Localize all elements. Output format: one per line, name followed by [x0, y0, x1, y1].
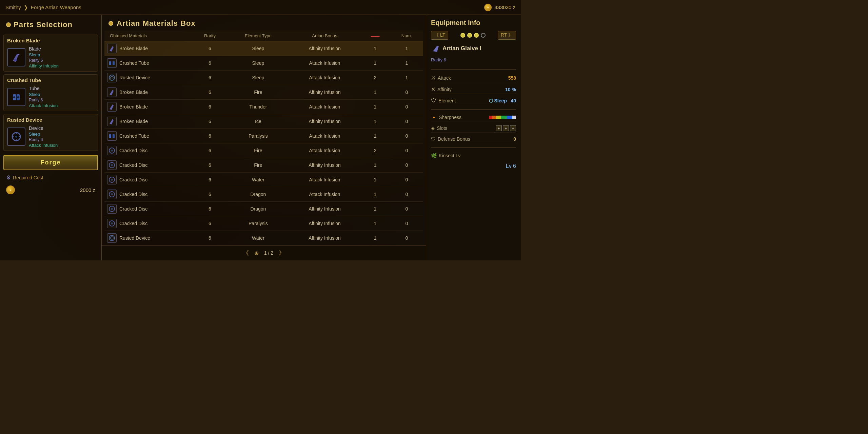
materials-table-container[interactable]: Obtained Materials Rarity Element Type A…	[102, 31, 426, 245]
table-row[interactable]: Broken Blade 6 Thunder Attack Infusion 1…	[104, 100, 423, 114]
part-icon-1	[7, 88, 25, 106]
equip-nav-right[interactable]: RT 》	[498, 31, 516, 40]
cell-element: Dragon	[227, 202, 289, 216]
table-row[interactable]: Cracked Disc 6 Dragon Attack Infusion 1 …	[104, 187, 423, 202]
slot-2: ◈	[510, 125, 516, 131]
cell-bonus: Attack Infusion	[289, 129, 360, 143]
table-row[interactable]: Cracked Disc 6 Dragon Affinity Infusion …	[104, 202, 423, 216]
svg-point-30	[109, 235, 115, 241]
cell-name: Rusted Device	[104, 71, 193, 85]
stat-slots: ◈ Slots ◈ ◈ ◈	[431, 124, 516, 133]
item-thumb	[107, 146, 117, 155]
prev-page-btn[interactable]: 《	[243, 249, 249, 257]
cell-count1: 1	[360, 158, 390, 173]
svg-point-27	[111, 208, 113, 210]
parts-selection-title: Parts Selection	[3, 19, 98, 32]
breadcrumb-current: Forge Artian Weapons	[31, 4, 81, 10]
weapon-rarity: Rarity 6	[431, 57, 516, 62]
svg-point-21	[111, 164, 113, 166]
part-bonus-1: Attack Infusion	[29, 103, 94, 108]
breadcrumb: Smithy ❯ Forge Artian Weapons	[5, 4, 81, 11]
table-row[interactable]: Broken Blade 6 Ice Affinity Infusion 1 0	[104, 114, 423, 129]
table-row[interactable]: Crushed Tube 6 Paralysis Attack Infusion…	[104, 129, 423, 143]
materials-table: Obtained Materials Rarity Element Type A…	[104, 31, 423, 245]
table-row[interactable]: Rusted Device 6 Water Affinity Infusion …	[104, 231, 423, 245]
cell-bonus: Affinity Infusion	[289, 216, 360, 231]
equip-info-title: Equipment Info	[431, 19, 516, 27]
cell-bonus: Attack Infusion	[289, 173, 360, 187]
weapon-icon	[431, 44, 440, 53]
equip-nav-left[interactable]: 《 LT	[431, 31, 448, 40]
part-card-title-0: Broken Blade	[7, 38, 94, 43]
stat-defense: 🛡 Defense Bonus 0	[431, 135, 516, 143]
part-rarity-2: Rarity 6	[29, 137, 94, 142]
item-thumb	[107, 190, 117, 199]
center-title: Artian Materials Box	[117, 19, 196, 28]
cell-count1: 2	[360, 71, 390, 85]
item-thumb	[107, 204, 117, 214]
table-row[interactable]: Broken Blade 6 Sleep Affinity Infusion 1…	[104, 41, 423, 56]
cell-element: Thunder	[227, 100, 289, 114]
cell-rarity: 6	[193, 56, 227, 71]
weapon-name: Artian Glaive I	[442, 45, 481, 52]
cell-count1: 1	[360, 202, 390, 216]
col-rarity: Rarity	[193, 31, 227, 41]
table-row[interactable]: Crushed Tube 6 Sleep Attack Infusion 1 1	[104, 56, 423, 71]
cell-rarity: 6	[193, 158, 227, 173]
forge-button[interactable]: Forge	[3, 155, 98, 170]
cell-count1: 1	[360, 216, 390, 231]
cell-element: Paralysis	[227, 129, 289, 143]
item-thumb	[107, 87, 117, 97]
cell-count2: 0	[390, 231, 423, 245]
part-card-1[interactable]: Crushed Tube Tube Sleep Rarity 6 Attack …	[3, 74, 98, 111]
table-row[interactable]: Broken Blade 6 Fire Affinity Infusion 1 …	[104, 85, 423, 100]
stat-element: 🛡 Element ⬡ Sleep 40	[431, 97, 516, 105]
cell-element: Water	[227, 231, 289, 245]
cell-element: Fire	[227, 143, 289, 158]
slots-display: ◈ ◈ ◈	[496, 125, 516, 131]
cell-count1: 1	[360, 187, 390, 202]
cell-element: Dragon	[227, 187, 289, 202]
part-rarity-0: Rarity 6	[29, 58, 94, 63]
breadcrumb-root[interactable]: Smithy	[5, 4, 21, 10]
svg-point-25	[111, 193, 113, 195]
cell-name: Cracked Disc	[104, 202, 193, 216]
cell-rarity: 6	[193, 129, 227, 143]
cell-rarity: 6	[193, 231, 227, 245]
svg-rect-0	[14, 59, 17, 61]
part-bonus-2: Attack Infusion	[29, 143, 94, 148]
part-card-0[interactable]: Broken Blade Blade Sleep Rarity 6 Affini…	[3, 35, 98, 72]
item-thumb	[107, 160, 117, 170]
part-card-title-1: Crushed Tube	[7, 77, 94, 83]
cell-count1: 1	[360, 100, 390, 114]
cell-bonus: Attack Infusion	[289, 143, 360, 158]
cell-name: Cracked Disc	[104, 158, 193, 173]
cell-count2: 0	[390, 85, 423, 100]
cell-name: Cracked Disc	[104, 216, 193, 231]
cell-bonus: Affinity Infusion	[289, 114, 360, 129]
part-element-1: Sleep	[29, 92, 94, 97]
svg-point-31	[111, 237, 113, 239]
part-card-title-2: Rusted Device	[7, 117, 94, 123]
part-card-2[interactable]: Rusted Device Device Sleep Rarity 6 Atta…	[3, 114, 98, 151]
coin-icon: ●	[484, 4, 492, 11]
equip-pips	[460, 33, 486, 38]
part-element-2: Sleep	[29, 132, 94, 137]
cell-bonus: Attack Infusion	[289, 71, 360, 85]
divider-1	[431, 69, 516, 70]
table-row[interactable]: Cracked Disc 6 Water Attack Infusion 1 0	[104, 173, 423, 187]
svg-point-15	[111, 76, 113, 79]
cell-count2: 0	[390, 202, 423, 216]
slots-icon: ◈	[431, 125, 435, 131]
table-row[interactable]: Cracked Disc 6 Fire Attack Infusion 2 0	[104, 143, 423, 158]
table-row[interactable]: Rusted Device 6 Sleep Attack Infusion 2 …	[104, 71, 423, 85]
table-pagination: 《 ⊕ 1 / 2 》	[102, 245, 426, 260]
table-row[interactable]: Cracked Disc 6 Fire Affinity Infusion 1 …	[104, 158, 423, 173]
cell-count1: 1	[360, 231, 390, 245]
next-page-btn[interactable]: 》	[279, 249, 285, 257]
pip-1	[467, 33, 472, 38]
part-icon-0	[7, 48, 25, 66]
col-flag: ▬▬	[360, 31, 390, 41]
table-row[interactable]: Cracked Disc 6 Paralysis Affinity Infusi…	[104, 216, 423, 231]
cell-count2: 1	[390, 56, 423, 71]
